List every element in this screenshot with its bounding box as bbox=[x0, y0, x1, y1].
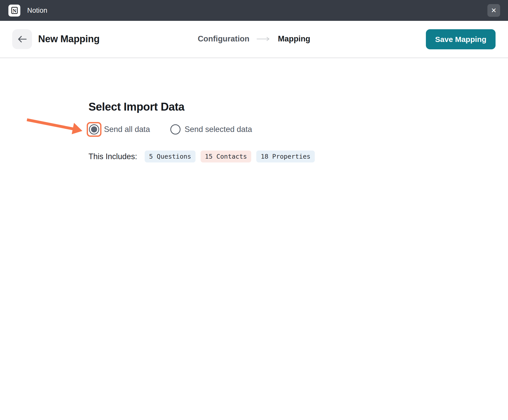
radio-label[interactable]: Send selected data bbox=[185, 125, 252, 134]
close-button[interactable]: ✕ bbox=[487, 4, 500, 17]
radio-option-send-selected-data[interactable]: Send selected data bbox=[170, 124, 252, 134]
radio-option-send-all-data[interactable]: Send all data bbox=[87, 122, 150, 137]
includes-summary: This Includes: 5 Questions 15 Contacts 1… bbox=[88, 151, 320, 162]
back-button[interactable] bbox=[12, 29, 32, 49]
includes-label: This Includes: bbox=[88, 152, 137, 161]
svg-text:N: N bbox=[12, 8, 16, 13]
notion-logo-icon: N bbox=[8, 5, 20, 17]
badge-questions-count: 5 Questions bbox=[145, 151, 196, 162]
badge-properties-count: 18 Properties bbox=[256, 151, 315, 162]
annotation-highlight-box bbox=[87, 122, 101, 137]
close-icon: ✕ bbox=[491, 7, 497, 14]
page-header: New Mapping Configuration Mapping Save M… bbox=[0, 21, 508, 58]
app-name: Notion bbox=[27, 7, 47, 14]
section-heading: Select Import Data bbox=[88, 100, 184, 113]
page-title: New Mapping bbox=[38, 34, 100, 44]
radio-label[interactable]: Send all data bbox=[104, 125, 150, 134]
step-configuration[interactable]: Configuration bbox=[198, 34, 249, 43]
badge-contacts-count: 15 Contacts bbox=[201, 151, 251, 162]
save-mapping-button[interactable]: Save Mapping bbox=[426, 29, 496, 49]
app-titlebar: N Notion ✕ bbox=[0, 0, 508, 21]
annotation-arrow-icon bbox=[23, 114, 86, 136]
radio-send-selected-data[interactable] bbox=[170, 124, 181, 134]
import-mode-radio-group: Send all data Send selected data bbox=[87, 122, 252, 137]
step-mapping: Mapping bbox=[278, 34, 310, 43]
breadcrumb: Configuration Mapping bbox=[198, 34, 310, 43]
back-arrow-icon bbox=[17, 35, 27, 43]
step-arrow-icon bbox=[257, 37, 271, 41]
radio-send-all-data[interactable] bbox=[89, 124, 99, 134]
